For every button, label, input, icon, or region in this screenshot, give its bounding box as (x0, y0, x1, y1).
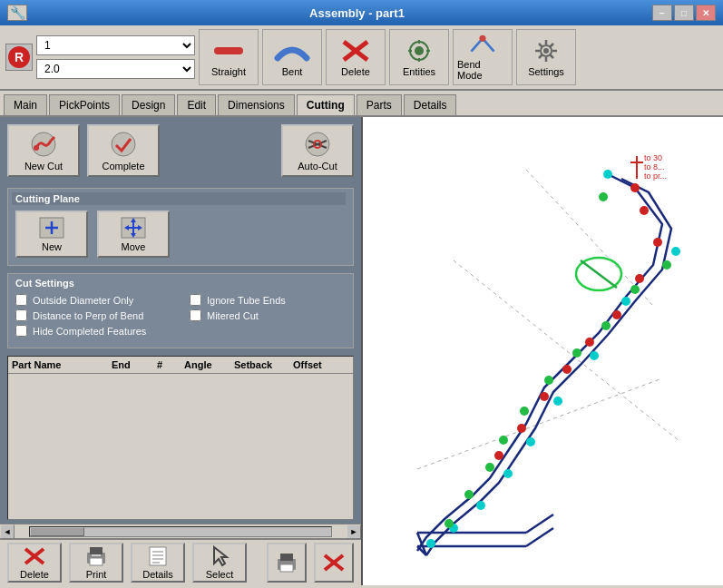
new-cut-button[interactable]: New Cut (7, 124, 80, 177)
print2-button[interactable] (267, 543, 307, 583)
cutting-plane-move-button[interactable]: Move (97, 211, 170, 258)
svg-rect-57 (363, 124, 723, 578)
svg-point-13 (543, 48, 549, 54)
outside-diameter-label: Outside Diameter Only (33, 295, 133, 306)
cut-settings-group: Cut Settings Outside Diameter Only Dista… (7, 273, 354, 348)
combo-1[interactable]: 1 (36, 35, 195, 55)
minimize-button[interactable]: − (652, 5, 672, 21)
col-end: End (112, 359, 157, 370)
delete-bottom-button[interactable]: Delete (7, 543, 62, 583)
cutting-plane-title: Cutting Plane (12, 192, 346, 205)
tab-design[interactable]: Design (122, 94, 175, 115)
details-button[interactable]: Details (131, 543, 185, 583)
complete-button[interactable]: Complete (87, 124, 160, 177)
tab-main[interactable]: Main (4, 94, 47, 115)
tab-dimensions[interactable]: Dimensions (218, 94, 295, 115)
entities-button[interactable]: Entities (389, 29, 449, 85)
bent-button[interactable]: Bent (262, 29, 322, 85)
svg-rect-53 (280, 554, 293, 561)
col-setback: Setback (234, 359, 293, 370)
tab-edit[interactable]: Edit (177, 94, 216, 115)
tab-cutting[interactable]: Cutting (297, 94, 355, 115)
svg-point-6 (415, 46, 424, 55)
svg-point-96 (485, 463, 494, 472)
settings-button[interactable]: Settings (516, 29, 576, 85)
distance-perp-label: Distance to Perp of Bend (33, 310, 143, 321)
svg-point-91 (601, 321, 611, 330)
svg-line-21 (539, 54, 542, 58)
svg-point-69 (640, 206, 649, 215)
combo-2[interactable]: 2.0 (36, 59, 195, 79)
tab-details[interactable]: Details (404, 94, 457, 115)
canvas-area: to 30 to 8... to pr... (363, 117, 723, 585)
ignore-tube-ends-label: Ignore Tube Ends (207, 295, 286, 306)
svg-point-25 (112, 132, 135, 156)
straight-button[interactable]: Straight (199, 29, 259, 85)
svg-point-73 (585, 338, 594, 347)
table-header: Part Name End # Angle Setback Offset (8, 357, 353, 374)
close-button[interactable]: ✕ (696, 5, 716, 21)
svg-marker-51 (214, 547, 227, 565)
mitered-cut-checkbox[interactable] (190, 309, 201, 321)
svg-point-85 (476, 501, 485, 510)
svg-text:to 8...: to 8... (644, 162, 665, 172)
outside-diameter-checkbox[interactable] (15, 294, 27, 306)
hide-completed-checkbox[interactable] (15, 325, 27, 337)
svg-point-24 (34, 145, 39, 151)
print-button[interactable]: Print (69, 543, 123, 583)
svg-point-71 (635, 274, 644, 283)
svg-point-68 (630, 183, 640, 192)
svg-point-82 (553, 397, 562, 406)
svg-line-19 (551, 54, 554, 58)
bend-mode-button[interactable]: Bend Mode (453, 29, 513, 85)
entities-label: Entities (403, 66, 435, 77)
delete-label: Delete (341, 66, 370, 77)
svg-point-77 (494, 451, 503, 460)
close-bottom-button[interactable] (314, 543, 354, 583)
new-cut-label: New Cut (24, 161, 63, 172)
svg-point-70 (653, 238, 662, 247)
straight-label: Straight (211, 66, 246, 77)
col-part-name: Part Name (12, 359, 112, 370)
svg-point-74 (562, 365, 572, 374)
tab-parts[interactable]: Parts (357, 94, 402, 115)
svg-point-78 (603, 170, 612, 179)
ignore-tube-ends-checkbox[interactable] (190, 294, 201, 306)
svg-point-94 (520, 407, 529, 416)
select-button[interactable]: Select (192, 543, 247, 583)
distance-perp-checkbox[interactable] (15, 309, 27, 321)
svg-point-92 (572, 348, 581, 358)
svg-point-87 (426, 539, 435, 548)
svg-point-88 (599, 192, 608, 201)
details-label: Details (142, 569, 173, 580)
svg-rect-44 (90, 558, 103, 565)
svg-point-90 (630, 285, 640, 294)
auto-cut-button[interactable]: Auto-Cut (281, 124, 354, 177)
tab-pickpoints[interactable]: PickPoints (49, 94, 120, 115)
svg-point-97 (464, 490, 474, 499)
svg-text:to 30: to 30 (644, 153, 662, 162)
cut-settings-title: Cut Settings (15, 278, 346, 289)
complete-label: Complete (102, 161, 144, 172)
tab-bar: Main PickPoints Design Edit Dimensions C… (0, 91, 723, 117)
cutting-plane-new-button[interactable]: New (15, 211, 88, 258)
select-label: Select (206, 569, 234, 580)
svg-point-98 (445, 519, 454, 528)
app-menu-button[interactable]: 🔧 (7, 5, 27, 21)
svg-point-83 (526, 437, 535, 446)
svg-point-79 (671, 247, 680, 256)
bent-label: Bent (282, 66, 303, 77)
horizontal-scrollbar[interactable]: ◄ ► (0, 524, 361, 538)
main-toolbar: R 1 2.0 Straight Bent Delete (0, 25, 723, 91)
svg-line-18 (539, 44, 542, 47)
move-cutting-plane-label: Move (122, 241, 146, 252)
svg-rect-43 (90, 547, 103, 554)
svg-point-72 (612, 310, 621, 319)
mitered-cut-label: Mitered Cut (207, 310, 259, 321)
maximize-button[interactable]: □ (674, 5, 694, 21)
parts-table: Part Name End # Angle Setback Offset (7, 356, 354, 520)
cutting-plane-group: Cutting Plane New (7, 188, 354, 266)
col-offset: Offset (293, 359, 343, 370)
window-title: Assembly - part1 (62, 6, 652, 20)
delete-toolbar-button[interactable]: Delete (326, 29, 386, 85)
